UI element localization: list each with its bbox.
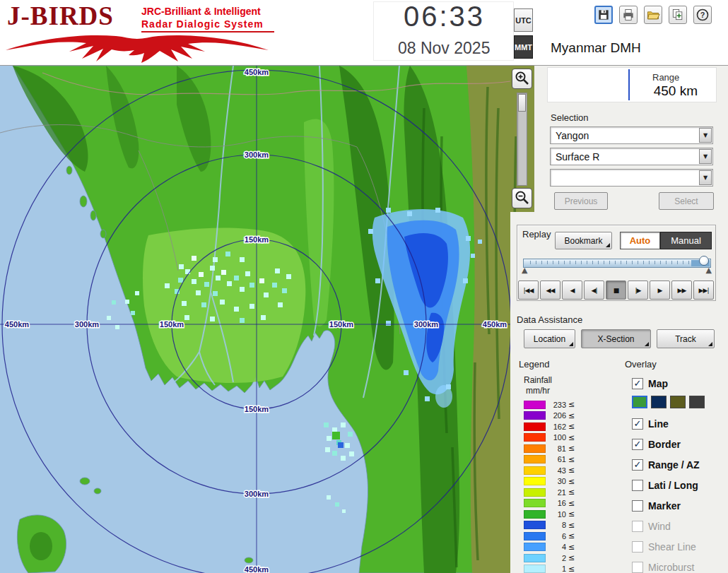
legend-row: 21≤ (524, 487, 575, 498)
legend-row: 61≤ (524, 454, 575, 466)
legend-suffix: ≤ (568, 509, 575, 519)
overlay-label-shear-line: Shear Line (648, 541, 696, 553)
legend-suffix: ≤ (568, 565, 575, 573)
overlay-row-microburst: Microburst (632, 560, 694, 573)
range-ring-label: 450km (245, 565, 269, 573)
range-ring-label: 150km (160, 320, 184, 329)
zoom-scrollbar[interactable] (517, 93, 527, 186)
playback-stop-button[interactable]: ■ (606, 280, 626, 300)
chevron-down-icon[interactable]: ▼ (699, 170, 712, 185)
auto-mode-button[interactable]: Auto (620, 232, 660, 249)
legend-value: 30 (548, 477, 566, 485)
overlay-row-range-az: ✓Range / AZ (632, 458, 700, 472)
legend-row: 206≤ (524, 410, 575, 422)
timeline-thumb[interactable] (699, 256, 709, 266)
playback-controls: |◀◀◀◀◀◀|■|▶▶▶▶▶▶| (518, 280, 714, 300)
previous-button[interactable]: Previous (554, 192, 608, 210)
help-icon: ? (695, 8, 710, 22)
overlay-label-lati-long: Lati / Long (648, 480, 698, 491)
playback-fast-forward-button[interactable]: ▶▶ (671, 280, 692, 300)
mmt-button[interactable]: MMT (514, 35, 533, 59)
legend-color-swatch (524, 455, 546, 463)
product-dropdown[interactable]: Surface R ▼ (550, 148, 713, 165)
legend-suffix: ≤ (568, 477, 575, 486)
playback-jump-end-button[interactable]: ▶▶| (693, 280, 714, 300)
legend-row: 6≤ (524, 531, 575, 542)
range-value: 450 km (654, 83, 698, 99)
legend-color-swatch (524, 411, 546, 420)
x-section-button[interactable]: X-Section (581, 329, 651, 348)
legend-suffix: ≤ (568, 531, 575, 540)
print-button[interactable] (619, 6, 638, 24)
range-ring-label: 300km (75, 320, 99, 329)
checkbox-map[interactable]: ✓ (632, 378, 643, 389)
zoom-out-button[interactable] (512, 188, 532, 208)
export-button[interactable] (669, 6, 687, 24)
map-color-swatch-1[interactable] (632, 396, 647, 408)
data-assistance-label: Data Assistance (517, 314, 582, 325)
legend-suffix: ≤ (568, 422, 575, 431)
range-ring-label: 150km (245, 235, 269, 244)
site-dropdown[interactable]: Yangon ▼ (550, 126, 713, 144)
checkbox-range-az[interactable]: ✓ (632, 459, 643, 471)
open-folder-button[interactable] (644, 6, 662, 24)
overlay-row-border: ✓Border (632, 437, 681, 451)
bookmark-button[interactable]: Bookmark (555, 232, 612, 249)
manual-mode-button[interactable]: Manual (660, 232, 712, 249)
map-color-swatch-4[interactable] (689, 396, 705, 408)
bookmark-button-label: Bookmark (564, 236, 602, 246)
playback-step-back-button[interactable]: ◀| (584, 280, 604, 300)
legend-value: 43 (548, 466, 566, 475)
x-section-button-label: X-Section (597, 334, 634, 344)
chevron-down-icon[interactable]: ▼ (699, 149, 712, 164)
legend-row: 1≤ (524, 564, 575, 573)
legend-color-swatch (524, 433, 546, 442)
utc-button[interactable]: UTC (514, 8, 533, 32)
option-dropdown[interactable]: ▼ (550, 169, 713, 187)
playback-jump-start-button[interactable]: |◀◀ (518, 280, 539, 300)
legend-color-swatch (524, 543, 546, 551)
map-color-swatch-3[interactable] (670, 396, 686, 408)
legend-row: 81≤ (524, 443, 575, 454)
legend-suffix: ≤ (568, 543, 575, 552)
legend-row: 16≤ (524, 498, 575, 509)
header-bar: J-BIRDS JRC-Brilliant & Intelligent Rada… (0, 0, 728, 66)
map-color-options (632, 396, 705, 408)
clock-panel: 06:33 08 Nov 2025 (373, 1, 514, 61)
logo-subtitle-1: JRC-Brilliant & Intelligent (141, 6, 261, 17)
clock-time: 06:33 (404, 1, 485, 33)
zoom-scrollbar-thumb[interactable] (518, 94, 526, 112)
zoom-in-button[interactable] (512, 69, 532, 89)
overlay-label-range-az: Range / AZ (648, 459, 700, 471)
precip-cell-green (332, 432, 340, 439)
playback-step-forward-button[interactable]: |▶ (628, 280, 648, 300)
legend-row: 4≤ (524, 542, 575, 553)
timeline-track[interactable] (523, 259, 711, 268)
checkbox-line[interactable]: ✓ (632, 418, 643, 430)
track-button[interactable]: Track (657, 329, 715, 348)
legend-color-swatch (524, 444, 546, 453)
island-hill (30, 532, 52, 560)
chevron-down-icon[interactable]: ▼ (699, 128, 712, 143)
save-button[interactable] (594, 6, 613, 24)
playback-play-button[interactable]: ▶ (650, 280, 670, 300)
help-button[interactable]: ? (693, 6, 712, 24)
select-button[interactable]: Select (659, 192, 714, 210)
playback-play-reverse-button[interactable]: ◀ (562, 280, 582, 300)
location-button[interactable]: Location (524, 329, 575, 348)
legend-value: 16 (548, 499, 566, 507)
rainfall-legend: 233≤206≤162≤100≤81≤61≤43≤30≤21≤16≤10≤8≤6… (524, 399, 575, 573)
site-dropdown-value: Yangon (556, 130, 589, 141)
map-color-swatch-2[interactable] (651, 396, 667, 408)
legend-value: 233 (548, 401, 566, 409)
legend-color-swatch (524, 488, 546, 497)
overlay-row-line: ✓Line (632, 417, 669, 431)
checkbox-border[interactable]: ✓ (632, 439, 643, 450)
range-ring-label: 450km (5, 320, 29, 329)
radar-map[interactable]: 150km150km150km150km300km300km300km300km… (0, 66, 534, 573)
corner-triangle-icon (569, 342, 573, 346)
checkbox-lati-long[interactable] (632, 480, 643, 491)
checkbox-marker[interactable] (632, 500, 643, 512)
playback-fast-rewind-button[interactable]: ◀◀ (540, 280, 560, 300)
range-ring-label: 300km (245, 150, 269, 159)
